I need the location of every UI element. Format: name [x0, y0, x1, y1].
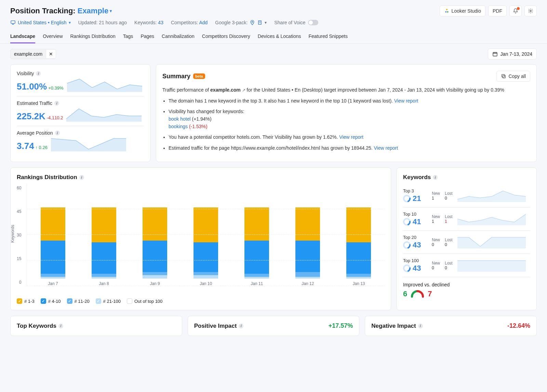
sparkline	[457, 236, 530, 248]
legend-item[interactable]: ✓# 4-10	[41, 298, 61, 304]
chevron-down-icon: ▾	[69, 20, 71, 25]
keyword-tier-row[interactable]: Top 3 21 New1 Lost0	[403, 184, 530, 207]
info-icon[interactable]: i	[239, 324, 243, 328]
tab-tags[interactable]: Tags	[123, 30, 133, 43]
sparkline	[51, 137, 144, 151]
tab-overview[interactable]: Overview	[43, 30, 63, 43]
svg-point-1	[445, 11, 446, 13]
bar-column[interactable]: Jan 9	[134, 207, 176, 286]
keyword-link[interactable]: bookings	[169, 124, 188, 129]
copy-all-button[interactable]: Copy all	[496, 71, 530, 82]
bottom-card-top-keywords[interactable]: Top Keywordsi	[10, 316, 182, 336]
tab-competitors-discovery[interactable]: Competitors Discovery	[202, 30, 250, 43]
sov-toggle[interactable]: Share of Voice	[274, 20, 318, 25]
info-icon[interactable]: i	[55, 131, 60, 135]
info-icon[interactable]: i	[433, 175, 438, 180]
info-icon[interactable]: i	[79, 175, 84, 180]
metric-estimated-traffic: Estimated Traffici 225.2K -4,110.2	[17, 96, 144, 126]
chevron-down-icon: ▾	[110, 9, 112, 13]
looker-studio-button[interactable]: Looker Studio	[440, 5, 485, 16]
svg-rect-4	[11, 21, 15, 24]
legend-item[interactable]: ✓# 1-3	[17, 298, 35, 304]
summary-card: Summary beta Copy all Traffic performanc…	[156, 64, 537, 162]
svg-point-3	[530, 10, 531, 12]
keywords-count[interactable]: Keywords: 43	[134, 20, 163, 25]
donut-icon	[403, 195, 411, 202]
external-link-icon[interactable]: ↗	[242, 88, 245, 93]
lost-count: Lost0	[445, 261, 453, 270]
settings-button[interactable]	[524, 5, 537, 16]
domain-filter-chip[interactable]: example.com ✕	[10, 49, 56, 59]
bottom-card-positive-impact[interactable]: Positive Impacti +17.57%	[188, 316, 360, 336]
building-icon	[257, 20, 263, 25]
looker-icon	[444, 8, 450, 14]
keyword-tier-row[interactable]: Top 20 43 New0 Lost0	[403, 231, 530, 254]
bar-column[interactable]: Jan 11	[236, 207, 278, 286]
competitors-add[interactable]: Competitors: Add	[171, 20, 208, 25]
svg-point-5	[252, 22, 253, 23]
locale-selector[interactable]: United States • English ▾	[10, 20, 71, 25]
rankings-distribution-card: Rankings Distribution i Keywords 6045301…	[10, 167, 391, 310]
sparkline	[457, 213, 530, 225]
lost-count: Lost0	[445, 238, 453, 247]
new-count: New1	[432, 191, 440, 201]
keyword-tier-row[interactable]: Top 100 43 New0 Lost0	[403, 254, 530, 277]
tab-landscape[interactable]: Landscape	[10, 30, 35, 43]
updated-label: Updated: 21 hours ago	[78, 20, 127, 25]
info-icon[interactable]: i	[58, 324, 63, 328]
keyword-tier-row[interactable]: Top 10 41 New1 Lost1	[403, 207, 530, 231]
lost-count: Lost1	[445, 214, 453, 224]
keywords-card: Keywords i Top 3 21 New1 Lost0 Top 10 41…	[397, 167, 537, 310]
sparkline	[457, 190, 530, 202]
bar-column[interactable]: Jan 10	[185, 207, 227, 286]
tabs: LandscapeOverviewRankings DistributionTa…	[0, 30, 547, 44]
svg-rect-7	[493, 52, 497, 56]
tab-featured-snippets[interactable]: Featured Snippets	[308, 30, 347, 43]
y-axis: 604530150	[17, 184, 23, 293]
info-icon[interactable]: i	[54, 101, 59, 106]
chart-legend: ✓# 1-3✓# 4-10✓# 11-20✓# 21-100Out of top…	[17, 298, 385, 304]
sparkline	[67, 78, 144, 92]
new-count: New0	[432, 238, 440, 247]
view-report-link[interactable]: View report	[394, 98, 418, 104]
gear-icon	[528, 8, 533, 14]
metric-visibility: Visibilityi 51.00% +0.39%	[17, 71, 144, 96]
tab-pages[interactable]: Pages	[141, 30, 154, 43]
bar-column[interactable]: Jan 7	[32, 207, 74, 286]
view-report-link[interactable]: View report	[374, 145, 398, 151]
copy-icon	[501, 73, 506, 79]
toggle-icon	[308, 20, 318, 25]
tab-rankings-distribution[interactable]: Rankings Distribution	[70, 30, 116, 43]
bar-column[interactable]: Jan 8	[83, 207, 125, 286]
domain-dropdown[interactable]: Example ▾	[78, 6, 112, 15]
metrics-card: Visibilityi 51.00% +0.39% Estimated Traf…	[10, 64, 150, 162]
lost-count: Lost0	[445, 191, 453, 201]
svg-rect-6	[258, 21, 261, 25]
tab-cannibalization[interactable]: Cannibalization	[162, 30, 195, 43]
legend-item[interactable]: ✓# 21-100	[96, 298, 121, 304]
page-title: Position Tracking: Example ▾	[10, 6, 112, 15]
bottom-card-negative-impact[interactable]: Negative Impacti -12.64%	[365, 316, 537, 336]
improved-declined: Improved vs. declined 6 7	[403, 277, 530, 298]
new-count: New1	[432, 214, 440, 224]
bar-column[interactable]: Jan 12	[287, 207, 329, 286]
date-range-picker[interactable]: Jan 7-13, 2024	[488, 49, 537, 59]
desktop-icon	[10, 20, 16, 25]
tab-devices-locations[interactable]: Devices & Locations	[258, 30, 301, 43]
google-3pack[interactable]: Google 3-pack: ▾	[215, 20, 267, 25]
legend-item[interactable]: ✓# 11-20	[67, 298, 90, 304]
donut-icon	[403, 265, 411, 272]
svg-rect-8	[503, 75, 506, 78]
legend-item[interactable]: Out of top 100	[127, 298, 162, 304]
view-report-link[interactable]: View report	[339, 134, 363, 140]
svg-rect-9	[502, 75, 505, 77]
bar-column[interactable]: Jan 13	[338, 207, 380, 286]
close-icon[interactable]: ✕	[46, 50, 56, 58]
info-icon[interactable]: i	[36, 71, 41, 76]
info-icon[interactable]: i	[418, 324, 423, 328]
pdf-button[interactable]: PDF	[488, 5, 507, 16]
keyword-link[interactable]: book hotel	[169, 116, 191, 122]
notifications-button[interactable]	[509, 5, 522, 16]
svg-point-2	[447, 11, 448, 13]
donut-icon	[403, 241, 411, 249]
